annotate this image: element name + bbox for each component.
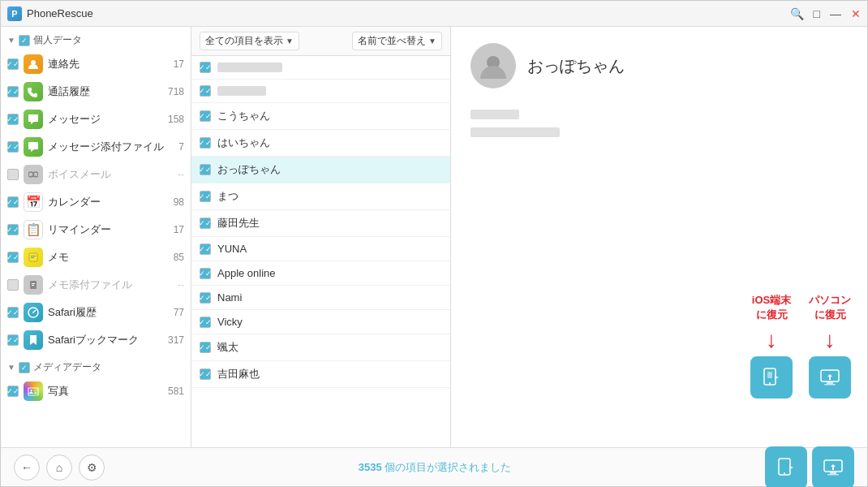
svg-point-15: [30, 390, 32, 391]
svg-rect-27: [827, 474, 839, 476]
checkbox-contacts[interactable]: ✓: [7, 58, 19, 70]
svg-rect-5: [31, 176, 36, 178]
contact-name-blurred2: [217, 86, 266, 96]
list-item[interactable]: ✓ はいちゃん: [191, 130, 450, 157]
list-item[interactable]: ✓: [191, 80, 450, 103]
cb-9[interactable]: ✓: [200, 268, 211, 279]
sidebar-item-contacts[interactable]: ✓ 連絡先 17: [1, 50, 191, 78]
checkbox-calendar[interactable]: ✓: [7, 196, 19, 208]
section-checkbox-media[interactable]: ✓: [19, 362, 30, 373]
checkbox-notes[interactable]: ✓: [7, 252, 19, 263]
cb-4[interactable]: ✓: [200, 137, 211, 149]
cb-5[interactable]: ✓: [200, 164, 211, 175]
label-safari-bookmark: Safariブックマーク: [48, 333, 163, 347]
list-item[interactable]: ✓ こうちゃん: [191, 103, 450, 130]
sidebar-item-calls[interactable]: ✓ 通話履歴 718: [1, 78, 191, 106]
label-notes: メモ: [48, 250, 169, 265]
sort-label: 名前で並べ替え: [358, 34, 426, 48]
svg-rect-11: [32, 285, 34, 286]
contact-name-4: はいちゃん: [217, 136, 270, 150]
checkbox-messages[interactable]: ✓: [7, 114, 19, 125]
cb-8[interactable]: ✓: [200, 244, 211, 255]
sidebar-item-reminder[interactable]: ✓ 📋 リマインダー 17: [1, 216, 191, 244]
section-checkbox-personal[interactable]: ✓: [19, 35, 30, 46]
cb-13[interactable]: ✓: [200, 368, 211, 380]
icon-imessage: [24, 137, 43, 157]
checkbox-photos[interactable]: ✓: [7, 386, 19, 397]
count-notes: 85: [174, 252, 184, 263]
title-bar-controls: 🔍 □ — ✕: [790, 7, 861, 20]
label-photos: 写真: [48, 384, 163, 399]
svg-rect-14: [28, 388, 38, 395]
contact-name-9: Apple online: [217, 267, 276, 279]
cb-3[interactable]: ✓: [200, 110, 211, 122]
avatar: [471, 43, 516, 88]
expand-icon-media[interactable]: ▼: [7, 363, 15, 372]
restore-icon[interactable]: □: [814, 7, 820, 20]
checkbox-calls[interactable]: ✓: [7, 86, 19, 97]
sidebar-item-photos[interactable]: ✓ 写真 581: [1, 377, 191, 405]
cb-12[interactable]: ✓: [200, 342, 211, 353]
list-item[interactable]: ✓ Nami: [191, 286, 450, 310]
checkbox-imessage[interactable]: ✓: [7, 141, 19, 153]
count-notes-attach: --: [178, 279, 184, 291]
svg-rect-21: [827, 381, 833, 384]
svg-rect-22: [824, 384, 836, 386]
checkbox-reminder[interactable]: ✓: [7, 224, 19, 235]
list-item[interactable]: ✓ 藤田先生: [191, 210, 450, 237]
close-icon[interactable]: ✕: [851, 7, 861, 20]
list-item[interactable]: ✓ YUNA: [191, 237, 450, 261]
cb-6[interactable]: ✓: [200, 191, 211, 202]
checkbox-voicemail[interactable]: [7, 169, 19, 180]
cb-blurred1[interactable]: ✓: [200, 62, 211, 73]
list-item[interactable]: ✓ 颯太: [191, 334, 450, 361]
sidebar-item-messages[interactable]: ✓ メッセージ 158: [1, 106, 191, 133]
restore-pc-label: パソコンに復元: [809, 293, 851, 322]
label-calendar: カレンダー: [48, 195, 169, 209]
gear-icon: ⚙: [87, 461, 97, 474]
svg-rect-8: [31, 257, 34, 258]
sidebar-item-notes-attach[interactable]: メモ添付ファイル --: [1, 271, 191, 299]
sidebar-item-calendar[interactable]: ✓ 📅 カレンダー 98: [1, 188, 191, 216]
restore-ios-button[interactable]: [750, 356, 793, 399]
show-all-dropdown[interactable]: 全ての項目を表示 ▼: [200, 32, 299, 50]
list-item[interactable]: ✓: [191, 56, 450, 80]
app-logo: P: [7, 6, 22, 21]
cb-blurred2[interactable]: ✓: [200, 85, 211, 97]
cb-10[interactable]: ✓: [200, 292, 211, 304]
contact-detail: おっぽちゃん: [471, 43, 848, 137]
restore-ios-arrow-icon: ↓: [766, 327, 777, 353]
sidebar-item-voicemail[interactable]: ボイスメール --: [1, 161, 191, 188]
sidebar-item-safari-history[interactable]: ✓ Safari履歴 77: [1, 299, 191, 326]
sort-dropdown[interactable]: 名前で並べ替え ▼: [352, 32, 442, 50]
checkbox-notes-attach[interactable]: [7, 279, 19, 291]
back-button[interactable]: ←: [14, 455, 40, 481]
main-content: ▼ ✓ 個人データ ✓ 連絡先 17 ✓ 通話履歴 718: [1, 27, 867, 447]
icon-photos: [24, 381, 43, 401]
sidebar-item-imessage[interactable]: ✓ メッセージ添付ファイル 7: [1, 133, 191, 161]
list-item[interactable]: ✓ まつ: [191, 183, 450, 210]
checkbox-safari-history[interactable]: ✓: [7, 307, 19, 318]
list-item[interactable]: ✓ 吉田麻也: [191, 361, 450, 388]
home-button[interactable]: ⌂: [46, 455, 72, 481]
expand-icon[interactable]: ▼: [7, 36, 15, 45]
bottom-right-buttons: [765, 446, 854, 488]
cb-11[interactable]: ✓: [200, 317, 211, 328]
title-bar: P PhoneRescue 🔍 □ — ✕: [1, 1, 867, 27]
list-item[interactable]: ✓ Vicky: [191, 310, 450, 334]
action-restore-ios-button[interactable]: [765, 446, 807, 488]
sidebar-item-safari-bookmark[interactable]: ✓ Safariブックマーク 317: [1, 326, 191, 354]
list-item[interactable]: ✓ Apple online: [191, 261, 450, 286]
settings-button[interactable]: ⚙: [79, 455, 105, 481]
cb-7[interactable]: ✓: [200, 218, 211, 229]
minimize-icon[interactable]: —: [830, 7, 841, 20]
contact-name-blurred1: [217, 62, 282, 72]
restore-pc-button[interactable]: [809, 356, 851, 399]
sidebar-item-notes[interactable]: ✓ メモ 85: [1, 244, 191, 271]
checkbox-safari-bookmark[interactable]: ✓: [7, 334, 19, 346]
action-restore-pc-button[interactable]: [812, 446, 854, 488]
search-icon[interactable]: 🔍: [790, 7, 804, 20]
contact-main-name: おっぽちゃん: [527, 55, 625, 77]
list-item-selected[interactable]: ✓ おっぽちゃん: [191, 157, 450, 183]
restore-pc-arrow-icon: ↓: [824, 327, 836, 353]
